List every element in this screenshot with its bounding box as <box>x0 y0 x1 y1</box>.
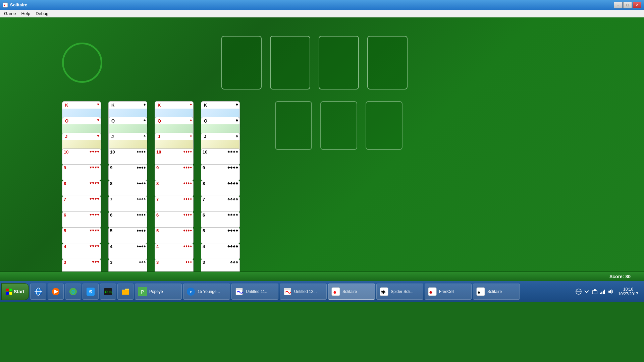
card-col2-8[interactable]: 8 ♠♠♠♠ <box>108 180 147 197</box>
svg-text:♠: ♠ <box>333 289 336 295</box>
card-col4-3[interactable]: 3 ♣♣♣ <box>201 259 240 272</box>
svg-text:♥: ♥ <box>4 3 6 7</box>
taskbar-app-untitled1[interactable]: Untitled 11... <box>231 284 278 300</box>
card-col4-9[interactable]: 9 ♣♣♣♣ <box>201 164 240 181</box>
card-col3-6[interactable]: 6 ♦♦♦♦ <box>155 212 194 228</box>
score-display: Score: 80 <box>609 274 631 279</box>
deco-circle <box>62 43 102 83</box>
signal-icon <box>600 289 606 295</box>
settings-icon: ⚙ <box>86 287 95 296</box>
svg-rect-23 <box>236 288 243 290</box>
wmp-icon <box>51 287 60 296</box>
foundations-top <box>221 36 408 89</box>
foundation-pile-mid-1[interactable] <box>275 101 312 150</box>
popeye-app-icon: P <box>138 287 147 296</box>
taskbar-app-untitled2[interactable]: Untitled 12... <box>280 284 327 300</box>
card-col1-3[interactable]: 3 ♥♥♥ <box>62 259 101 272</box>
card-col2-4[interactable]: 4 ♠♠♠♠ <box>108 243 147 260</box>
title-bar: ♥ Solitaire − □ ✕ <box>0 0 644 10</box>
foundation-pile-mid-3[interactable] <box>366 101 402 150</box>
card-col4-7[interactable]: 7 ♣♣♣♣ <box>201 196 240 213</box>
svg-rect-25 <box>284 288 291 290</box>
card-col2-7[interactable]: 7 ♠♠♠♠ <box>108 196 147 213</box>
windows-logo-icon <box>6 288 12 295</box>
card-col4-5[interactable]: 5 ♣♣♣♣ <box>201 227 240 244</box>
card-col2-3[interactable]: 3 ♠♠♠ <box>108 259 147 272</box>
card-col3-8[interactable]: 8 ♦♦♦♦ <box>155 180 194 197</box>
card-col3-5[interactable]: 5 ♦♦♦♦ <box>155 227 194 244</box>
taskbar-app-freecell-label: FreeCell <box>439 289 454 294</box>
card-col1-8[interactable]: 8 ♥♥♥♥ <box>62 180 101 197</box>
game-area: K ♥ Q ♥ J ♥ <box>0 17 644 272</box>
svg-text:⚙: ⚙ <box>88 289 93 294</box>
svg-rect-2 <box>6 289 9 291</box>
card-col1-7[interactable]: 7 ♥♥♥♥ <box>62 196 101 213</box>
taskbar-app-untitled2-label: Untitled 12... <box>294 289 317 294</box>
card-col2-10[interactable]: 10 ♠♠♠♠ <box>108 148 147 165</box>
taskbar-app-solitaire2-label: Solitaire <box>487 289 502 294</box>
tray-area: 10:16 10/27/2017 <box>576 287 643 296</box>
column-2[interactable]: K ♠ Q ♠ J ♠ <box>108 101 149 272</box>
svg-rect-3 <box>9 289 12 291</box>
window-title: Solitaire <box>10 2 27 7</box>
taskbar-app-popeye[interactable]: P Popeye <box>135 284 182 300</box>
card-col2-9[interactable]: 9 ♠♠♠♠ <box>108 164 147 181</box>
card-col1-6[interactable]: 6 ♥♥♥♥ <box>62 212 101 228</box>
card-col3-4[interactable]: 4 ♦♦♦♦ <box>155 243 194 260</box>
taskbar-folder-icon[interactable] <box>117 284 133 300</box>
language-icon <box>576 289 582 295</box>
taskbar-app-solitaire2[interactable]: ♠ Solitaire <box>473 284 520 300</box>
maximize-button[interactable]: □ <box>623 2 632 8</box>
taskbar-app-freecell[interactable]: ♣ FreeCell <box>425 284 472 300</box>
title-bar-left: ♥ Solitaire <box>3 2 27 8</box>
taskbar-wmp-icon[interactable] <box>48 284 64 300</box>
column-3[interactable]: K ♦ Q ♦ J ♦ <box>155 101 195 272</box>
svg-text:P: P <box>141 289 144 295</box>
card-col1-9[interactable]: 9 ♥♥♥♥ <box>62 164 101 181</box>
foundation-pile-mid-2[interactable] <box>320 101 357 150</box>
taskbar-app-solitaire[interactable]: ♠ Solitaire <box>328 284 375 300</box>
card-col3-3[interactable]: 3 ♦♦♦ <box>155 259 194 272</box>
card-col2-6[interactable]: 6 ♠♠♠♠ <box>108 212 147 228</box>
card-col1-10[interactable]: 10 ♥♥♥♥ <box>62 148 101 165</box>
column-4[interactable]: K ♣ Q ♣ J ♣ <box>201 101 241 272</box>
minimize-button[interactable]: − <box>614 2 623 8</box>
card-col4-6[interactable]: 6 ♣♣♣♣ <box>201 212 240 228</box>
foundation-pile-3[interactable] <box>319 36 359 89</box>
card-col2-5[interactable]: 5 ♠♠♠♠ <box>108 227 147 244</box>
ie-icon <box>34 287 43 296</box>
taskbar-app-ie[interactable]: e 15 Younge... <box>183 284 230 300</box>
paint-app-icon-1 <box>234 287 244 296</box>
taskbar-terminal-icon[interactable]: C:\>_ <box>100 284 116 300</box>
ie-app-icon: e <box>186 287 196 296</box>
card-col4-8[interactable]: 8 ♣♣♣♣ <box>201 180 240 197</box>
card-columns: K ♥ Q ♥ J ♥ <box>62 101 241 272</box>
card-col4-4[interactable]: 4 ♣♣♣♣ <box>201 243 240 260</box>
card-col4-10[interactable]: 10 ♣♣♣♣ <box>201 148 240 165</box>
foundation-pile-1[interactable] <box>221 36 262 89</box>
menu-help[interactable]: Help <box>18 10 33 17</box>
solitaire-icon: ♥ <box>3 2 8 8</box>
tray-icons <box>576 289 614 295</box>
svg-marker-42 <box>608 289 611 294</box>
taskbar-network-icon[interactable]: 🌐 <box>65 284 81 300</box>
card-col3-9[interactable]: 9 ♦♦♦♦ <box>155 164 194 181</box>
close-button[interactable]: ✕ <box>633 2 641 8</box>
menu-debug[interactable]: Debug <box>33 10 51 17</box>
foundation-pile-4[interactable] <box>367 36 408 89</box>
taskbar-ie-icon[interactable] <box>30 284 46 300</box>
start-button[interactable]: Start <box>1 283 29 300</box>
card-col1-5[interactable]: 5 ♥♥♥♥ <box>62 227 101 244</box>
card-col3-10[interactable]: 10 ♦♦♦♦ <box>155 148 194 165</box>
taskbar-app-spider[interactable]: 🕷 Spider Soli... <box>376 284 423 300</box>
card-col1-4[interactable]: 4 ♥♥♥♥ <box>62 243 101 260</box>
clock-date: 10/27/2017 <box>618 292 638 296</box>
menu-game[interactable]: Game <box>1 10 18 17</box>
terminal-icon: C:\>_ <box>103 287 113 296</box>
card-col3-7[interactable]: 7 ♦♦♦♦ <box>155 196 194 213</box>
taskbar-settings-icon[interactable]: ⚙ <box>83 284 99 300</box>
column-1[interactable]: K ♥ Q ♥ J ♥ <box>62 101 102 272</box>
foundation-pile-2[interactable] <box>270 36 310 89</box>
title-bar-controls: − □ ✕ <box>614 2 641 8</box>
taskbar-app-popeye-label: Popeye <box>149 289 163 294</box>
